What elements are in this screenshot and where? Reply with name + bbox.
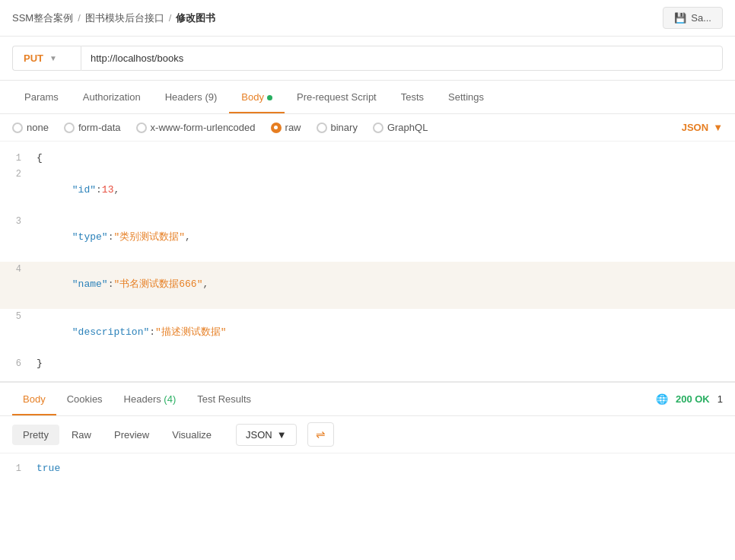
tab-headers[interactable]: Headers (9) [153, 82, 230, 113]
request-bar: PUT ▼ [0, 37, 735, 81]
body-options: none form-data x-www-form-urlencoded raw… [0, 114, 735, 142]
tab-authorization[interactable]: Authorization [71, 82, 153, 113]
save-button[interactable]: 💾 Sa... [663, 7, 723, 29]
chevron-down-icon: ▼ [49, 54, 57, 62]
resp-json-selector[interactable]: JSON ▼ [236, 424, 297, 446]
chevron-down-icon: ▼ [713, 122, 723, 133]
body-dot [267, 95, 272, 100]
option-form-data[interactable]: form-data [64, 122, 121, 133]
radio-form-data [64, 123, 75, 133]
radio-graphql [373, 123, 383, 133]
status-badge: 200 OK [676, 393, 710, 405]
code-line-2: 2 "id":13, [0, 167, 735, 214]
status-time: 1 [718, 393, 723, 405]
tab-params[interactable]: Params [12, 82, 71, 113]
code-line-3: 3 "type":"类别测试数据", [0, 214, 735, 261]
option-binary[interactable]: binary [317, 122, 358, 133]
resp-tab-body[interactable]: Body [12, 384, 56, 415]
save-label: Sa... [691, 12, 711, 24]
wrap-button[interactable]: ⇌ [307, 422, 334, 447]
json-selector[interactable]: JSON ▼ [682, 122, 723, 133]
breadcrumb-sep1: / [78, 12, 81, 24]
response-format-bar: Pretty Raw Preview Visualize JSON ▼ ⇌ [0, 416, 735, 453]
radio-none [12, 123, 23, 133]
url-input[interactable] [81, 46, 723, 71]
option-graphql[interactable]: GraphQL [373, 122, 428, 133]
request-tabs: Params Authorization Headers (9) Body Pr… [0, 81, 735, 114]
format-tab-raw[interactable]: Raw [61, 425, 102, 445]
code-line-6: 6 } [0, 356, 735, 372]
resp-line-1: 1 true [0, 463, 735, 474]
response-status: 🌐 200 OK 1 [656, 393, 723, 405]
response-body: 1 true [0, 453, 735, 483]
breadcrumb-part1: SSM整合案例 [12, 11, 73, 25]
option-none[interactable]: none [12, 122, 49, 133]
globe-icon: 🌐 [656, 393, 668, 405]
response-tabs-bar: Body Cookies Headers (4) Test Results 🌐 … [0, 383, 735, 416]
resp-tab-cookies[interactable]: Cookies [56, 384, 113, 415]
response-section: Body Cookies Headers (4) Test Results 🌐 … [0, 382, 735, 483]
option-raw[interactable]: raw [271, 122, 301, 133]
breadcrumb-current: 修改图书 [176, 11, 215, 25]
method-dropdown[interactable]: PUT ▼ [12, 46, 81, 71]
tab-tests[interactable]: Tests [389, 82, 436, 113]
option-url-encoded[interactable]: x-www-form-urlencoded [136, 122, 256, 133]
radio-url-encoded [136, 123, 147, 133]
code-editor[interactable]: 1 { 2 "id":13, 3 "type":"类别测试数据", 4 "nam… [0, 142, 735, 382]
breadcrumb: SSM整合案例 / 图书模块后台接口 / 修改图书 [12, 11, 215, 25]
top-bar: SSM整合案例 / 图书模块后台接口 / 修改图书 💾 Sa... [0, 0, 735, 37]
code-line-5: 5 "description":"描述测试数据" [0, 309, 735, 356]
method-label: PUT [24, 52, 43, 64]
resp-tab-headers[interactable]: Headers (4) [113, 384, 187, 415]
radio-binary [317, 123, 327, 133]
breadcrumb-part2: 图书模块后台接口 [85, 11, 164, 25]
tab-settings[interactable]: Settings [436, 82, 496, 113]
code-line-4: 4 "name":"书名测试数据666", [0, 262, 735, 309]
tab-pre-request[interactable]: Pre-request Script [285, 82, 389, 113]
code-line-1: 1 { [0, 151, 735, 167]
format-tab-visualize[interactable]: Visualize [161, 425, 222, 445]
format-tab-pretty[interactable]: Pretty [12, 425, 59, 445]
chevron-down-icon: ▼ [277, 429, 287, 441]
tab-body[interactable]: Body [229, 82, 285, 113]
save-icon: 💾 [674, 12, 686, 24]
format-tab-preview[interactable]: Preview [103, 425, 160, 445]
radio-raw [271, 123, 282, 133]
breadcrumb-sep2: / [169, 12, 172, 24]
resp-tab-test-results[interactable]: Test Results [186, 384, 262, 415]
